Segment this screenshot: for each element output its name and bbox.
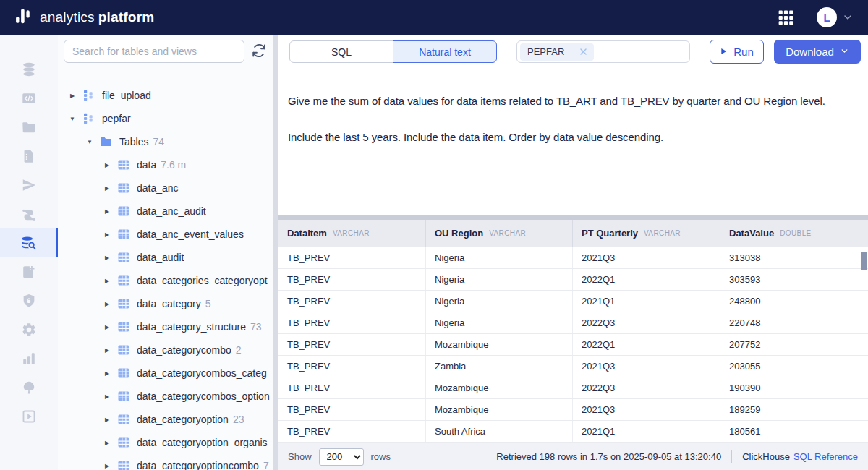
column-header: DataItemVARCHAR: [278, 220, 425, 247]
table-cell: TB_PREV: [278, 312, 425, 333]
play-icon: [720, 46, 728, 58]
natural-text-editor[interactable]: Give me the sum of data values for data …: [278, 69, 868, 215]
sql-reference-link[interactable]: SQL Reference: [793, 451, 858, 462]
caret-right-icon[interactable]: [103, 393, 111, 400]
caret-down-icon[interactable]: [85, 139, 94, 145]
table-cell: TB_PREV: [278, 269, 425, 290]
tab-natural-text[interactable]: Natural text: [393, 40, 497, 63]
caret-right-icon[interactable]: [103, 463, 111, 469]
table-cell: TB_PREV: [278, 377, 425, 398]
caret-right-icon[interactable]: [103, 231, 111, 238]
rows-label: rows: [371, 451, 391, 462]
widget-add-icon[interactable]: [0, 257, 58, 286]
chevron-down-icon[interactable]: [842, 12, 854, 23]
page-size-select[interactable]: 200: [319, 448, 364, 466]
results-footer: Show 200 rows Retrieved 198 rows in 1.7s…: [278, 443, 868, 470]
caret-down-icon[interactable]: [68, 116, 77, 122]
apps-grid-icon[interactable]: [777, 9, 795, 27]
tree-item[interactable]: data_categorycombos_categ: [58, 362, 278, 385]
caret-right-icon[interactable]: [103, 301, 111, 307]
tree-item[interactable]: data_categories_categoryopt: [58, 269, 278, 292]
table-row: TB_PREVMozambique2021Q3189259: [278, 399, 868, 421]
query-status: Retrieved 198 rows in 1.7s on 2025-09-05…: [496, 451, 721, 462]
tree-item[interactable]: data_anc_event_values: [58, 223, 278, 246]
caret-right-icon[interactable]: [103, 416, 111, 423]
run-button[interactable]: Run: [710, 40, 764, 64]
tree-item[interactable]: data_category5: [58, 292, 278, 315]
tree-item[interactable]: data_audit: [58, 246, 278, 269]
brand-logo[interactable]: analyticsplatform: [14, 7, 154, 29]
tree-item-label: data_anc: [137, 182, 179, 194]
tree-item-count: 2: [236, 344, 242, 356]
tree-item[interactable]: data7.6 m: [58, 153, 278, 176]
table-row: TB_PREVNigeria2022Q3220748: [278, 312, 868, 334]
settings-gear-icon[interactable]: [0, 315, 58, 344]
table-icon: [117, 274, 130, 287]
code-editor-icon[interactable]: [0, 84, 58, 113]
caret-right-icon[interactable]: [103, 370, 111, 377]
database-icon[interactable]: [0, 55, 58, 84]
tree-item-count: 74: [153, 136, 164, 148]
podcast-icon[interactable]: [0, 373, 58, 402]
tree-item[interactable]: data_categoryoptioncombo7: [58, 454, 278, 470]
caret-right-icon[interactable]: [103, 324, 111, 330]
caret-right-icon[interactable]: [103, 347, 111, 354]
folder-icon[interactable]: [0, 113, 58, 142]
tree-item[interactable]: data_category_structure73: [58, 315, 278, 338]
caret-right-icon[interactable]: [68, 93, 77, 99]
exit-icon[interactable]: [0, 402, 58, 431]
query-workspace: SQL Natural text PEPFAR Run Download: [278, 35, 868, 470]
results-header-row: DataItemVARCHAR OU RegionVARCHAR PT Quar…: [278, 220, 868, 247]
engine-label: ClickHouse: [742, 451, 790, 462]
bar-chart-icon[interactable]: [0, 344, 58, 373]
refresh-icon[interactable]: [250, 42, 268, 61]
column-header: DataValueDOUBLE: [720, 220, 868, 247]
mode-switcher: SQL Natural text: [289, 40, 497, 63]
tree-item[interactable]: pepfar: [58, 107, 278, 130]
tree-item[interactable]: data_categoryoption23: [58, 408, 278, 431]
tree-item[interactable]: Tables74: [58, 130, 278, 153]
brand-name: analyticsplatform: [40, 9, 154, 25]
caret-right-icon[interactable]: [103, 185, 111, 192]
tree-item[interactable]: file_upload: [58, 84, 278, 107]
table-cell: 220748: [720, 312, 868, 333]
split-resize-handle[interactable]: [278, 215, 868, 220]
tree-item-count: 5: [205, 298, 211, 309]
table-scrollbar-thumb[interactable]: [861, 252, 867, 270]
download-button[interactable]: Download: [774, 40, 861, 64]
table-icon: [117, 459, 130, 470]
table-row: TB_PREVMozambique2022Q1207752: [278, 334, 868, 356]
tree-item[interactable]: data_categorycombos_option: [58, 385, 278, 408]
caret-right-icon[interactable]: [103, 278, 111, 284]
file-report-icon[interactable]: [0, 142, 58, 171]
pipeline-icon[interactable]: [0, 200, 58, 228]
tree-item[interactable]: data_anc_audit: [58, 200, 278, 223]
table-cell: 2022Q1: [572, 269, 720, 290]
search-input[interactable]: [64, 40, 244, 63]
avatar[interactable]: L: [817, 7, 837, 27]
caret-right-icon[interactable]: [103, 255, 111, 261]
tree-item-count: 7: [263, 460, 269, 470]
data-search-icon[interactable]: [0, 228, 58, 257]
tab-sql[interactable]: SQL: [289, 40, 393, 63]
icon-rail: [0, 35, 58, 470]
table-cell: Nigeria: [425, 247, 572, 268]
results-table: DataItemVARCHAR OU RegionVARCHAR PT Quar…: [278, 220, 868, 443]
tree-item[interactable]: data_anc: [58, 176, 278, 200]
table-icon: [117, 320, 130, 333]
table-icon: [117, 367, 130, 380]
table-row: TB_PREVNigeria2021Q3313038: [278, 247, 868, 269]
filter-tag: PEPFAR: [520, 43, 594, 61]
panel-scrollbar[interactable]: [273, 35, 278, 470]
chevron-down-icon: [840, 46, 849, 58]
tree-item[interactable]: data_categorycombo2: [58, 338, 278, 362]
caret-right-icon[interactable]: [103, 208, 111, 215]
caret-right-icon[interactable]: [103, 162, 111, 168]
shield-lock-icon[interactable]: [0, 286, 58, 315]
send-icon[interactable]: [0, 171, 58, 200]
filter-box[interactable]: PEPFAR: [516, 40, 690, 63]
close-icon[interactable]: [575, 44, 591, 60]
tree-item[interactable]: data_categoryoption_organis: [58, 431, 278, 454]
tree-item-count: 23: [233, 414, 244, 425]
caret-right-icon[interactable]: [103, 440, 111, 446]
